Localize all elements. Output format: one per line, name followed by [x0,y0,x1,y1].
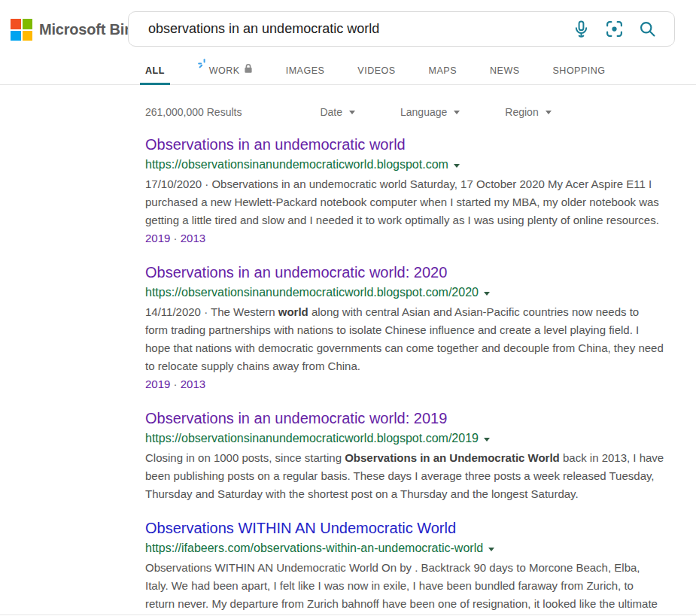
tab-all-label: ALL [145,65,165,76]
search-result: Observations in an undemocratic world: 2… [145,262,664,393]
region-filter-dropdown[interactable]: Region [505,106,551,118]
tab-videos[interactable]: VIDEOS [357,56,395,84]
lock-icon [244,63,253,76]
tab-shopping-label: SHOPPING [553,65,606,76]
result-url-row: https://observationsinanundemocraticworl… [145,156,664,172]
tab-work-label: WORK [209,65,240,76]
deeplink[interactable]: 2013 [181,378,205,390]
url-options-chevron-icon[interactable] [484,438,490,442]
url-options-chevron-icon[interactable] [454,164,460,168]
tab-news[interactable]: NEWS [490,56,520,84]
result-url: https://ifabeers.com/observations-within… [145,540,483,556]
language-filter-label: Language [400,106,447,118]
result-snippet: 14/11/2020 · The Western world along wit… [145,303,664,375]
date-filter-dropdown[interactable]: Date [320,106,355,118]
search-icons [572,20,674,38]
main-content: 261,000,000 Results Date Language Region… [0,105,664,616]
header: Microsoft Bing [0,0,696,85]
result-title-link[interactable]: Observations in an undemocratic world: 2… [145,408,447,428]
deeplink[interactable]: 2013 [181,232,205,244]
chevron-down-icon [546,111,552,114]
sparkle-icon [198,59,208,71]
search-input[interactable] [129,12,572,46]
tab-all[interactable]: ALL [145,56,165,84]
microsoft-logo-icon [11,19,32,41]
search-result: Observations in an undemocratic world: 2… [145,408,664,503]
result-deeplinks: 2019 · 2013 [145,229,664,247]
result-snippet: Observations WITHIN AN Undemocratic Worl… [145,559,664,616]
results-list: Observations in an undemocratic world ht… [145,135,664,616]
search-result: Observations WITHIN AN Undemocratic Worl… [145,518,664,616]
tab-news-label: NEWS [490,65,520,76]
result-title-link[interactable]: Observations in an undemocratic world [145,135,406,154]
tab-videos-label: VIDEOS [357,65,395,76]
result-title-link[interactable]: Observations WITHIN AN Undemocratic Worl… [145,518,456,538]
search-box[interactable] [128,11,675,47]
deeplink-separator: · [170,232,180,244]
tab-maps-label: MAPS [429,65,457,76]
tab-strip: ALL WORK IMAGES VIDEOS [0,56,696,85]
chevron-down-icon [349,111,355,114]
result-title-link[interactable]: Observations in an undemocratic world: 2… [145,262,447,282]
tab-work[interactable]: WORK [198,56,253,84]
result-url-row: https://ifabeers.com/observations-within… [145,540,664,556]
result-snippet: Closing in on 1000 posts, since starting… [145,449,664,503]
language-filter-dropdown[interactable]: Language [400,106,460,118]
filter-bar: 261,000,000 Results Date Language Region [145,105,664,118]
tab-maps[interactable]: MAPS [429,56,457,84]
tab-images[interactable]: IMAGES [286,56,325,84]
visual-search-icon[interactable] [605,20,624,38]
deeplink[interactable]: 2019 [145,232,170,244]
bing-logo[interactable]: Microsoft Bing [11,19,142,41]
region-filter-label: Region [505,106,538,118]
result-snippet: 17/10/2020 · Observations in an undemocr… [145,175,664,229]
result-url-row: https://observationsinanundemocraticworl… [145,430,664,446]
date-filter-label: Date [320,106,342,118]
search-icon[interactable] [638,20,657,38]
result-url-row: https://observationsinanundemocraticworl… [145,284,664,300]
tab-shopping[interactable]: SHOPPING [553,56,606,84]
deeplink[interactable]: 2019 [145,378,170,390]
result-url: https://observationsinanundemocraticworl… [145,430,479,446]
deeplink-separator: · [170,378,180,390]
chevron-down-icon [454,111,460,114]
result-url: https://observationsinanundemocraticworl… [145,156,448,172]
tab-images-label: IMAGES [286,65,325,76]
page-bottom-divider [0,614,696,615]
logo-text: Microsoft Bing [39,21,142,38]
search-result: Observations in an undemocratic world ht… [145,135,664,247]
url-options-chevron-icon[interactable] [484,292,490,296]
result-url: https://observationsinanundemocraticworl… [145,284,479,300]
result-deeplinks: 2019 · 2013 [145,375,664,393]
url-options-chevron-icon[interactable] [488,548,494,551]
results-count: 261,000,000 Results [145,106,242,118]
microphone-icon[interactable] [572,20,591,38]
